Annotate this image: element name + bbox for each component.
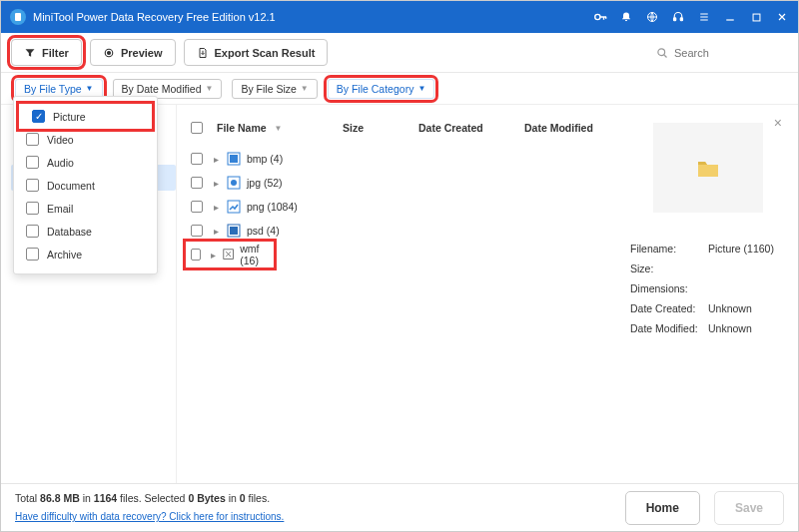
- col-filename[interactable]: File Name▼: [217, 122, 337, 134]
- row-label: wmf (16): [240, 243, 273, 266]
- expand-icon[interactable]: ▸: [211, 226, 221, 237]
- headset-icon[interactable]: [670, 9, 686, 25]
- svg-rect-16: [230, 227, 238, 235]
- checkbox-checked-icon[interactable]: ✓: [32, 110, 45, 123]
- svg-rect-1: [15, 13, 21, 21]
- table-row[interactable]: ▸ png (1084): [187, 195, 614, 219]
- dimensions-label: Dimensions:: [630, 278, 708, 298]
- row-label: jpg (52): [247, 177, 283, 189]
- row-label: bmp (4): [247, 153, 283, 165]
- svg-rect-4: [674, 18, 676, 21]
- checkbox-icon[interactable]: [26, 179, 39, 192]
- globe-icon[interactable]: [644, 9, 660, 25]
- row-checkbox[interactable]: [191, 201, 203, 213]
- search-box[interactable]: [648, 39, 788, 66]
- main-area: File Name▼ Size Date Created Date Modifi…: [1, 105, 798, 483]
- col-size[interactable]: Size: [343, 122, 412, 134]
- content: File Name▼ Size Date Created Date Modifi…: [177, 105, 798, 483]
- chevron-down-icon: ▼: [86, 84, 94, 93]
- close-icon[interactable]: [774, 9, 790, 25]
- title-bar: MiniTool Power Data Recovery Free Editio…: [1, 1, 798, 33]
- expand-icon[interactable]: ▸: [209, 250, 217, 261]
- table-row[interactable]: ▸ jpg (52): [187, 171, 614, 195]
- status-bar: Total 86.8 MB in 1164 files. Selected 0 …: [1, 483, 798, 531]
- svg-point-2: [595, 14, 600, 19]
- svg-point-13: [231, 180, 237, 186]
- save-button[interactable]: Save: [714, 491, 784, 525]
- dropdown-item-document[interactable]: Document: [14, 174, 157, 197]
- expand-icon[interactable]: ▸: [211, 154, 221, 165]
- menu-icon[interactable]: [696, 9, 712, 25]
- table-row[interactable]: ▸ bmp (4): [187, 147, 614, 171]
- filter-chip-category[interactable]: By File Category▼: [328, 79, 435, 99]
- svg-point-8: [107, 51, 110, 54]
- svg-rect-6: [753, 14, 760, 21]
- folder-icon: [694, 154, 722, 182]
- checkbox-icon[interactable]: [26, 133, 39, 146]
- checkbox-icon[interactable]: [26, 225, 39, 238]
- minimize-icon[interactable]: [722, 9, 738, 25]
- preview-label: Preview: [121, 47, 163, 59]
- help-link[interactable]: Have difficulty with data recovery? Clic…: [15, 511, 284, 522]
- app-window: MiniTool Power Data Recovery Free Editio…: [0, 0, 799, 532]
- search-input[interactable]: [674, 47, 774, 59]
- checkbox-icon[interactable]: [26, 202, 39, 215]
- expand-icon[interactable]: ▸: [211, 178, 221, 189]
- file-type-icon: [227, 224, 241, 238]
- file-type-dropdown: ✓ Picture Video Audio Document Email Dat…: [13, 96, 158, 274]
- dropdown-item-archive[interactable]: Archive: [14, 243, 157, 266]
- size-label: Size:: [630, 259, 708, 278]
- filter-chip-size[interactable]: By File Size▼: [232, 79, 317, 99]
- dropdown-item-database[interactable]: Database: [14, 220, 157, 243]
- file-type-icon: [227, 200, 241, 214]
- chevron-down-icon: ▼: [417, 84, 425, 93]
- dropdown-item-email[interactable]: Email: [14, 197, 157, 220]
- maximize-icon[interactable]: [748, 9, 764, 25]
- titlebar-actions: [592, 9, 790, 25]
- select-all-checkbox[interactable]: [191, 122, 203, 134]
- window-title: MiniTool Power Data Recovery Free Editio…: [33, 11, 592, 23]
- app-logo: [9, 8, 27, 26]
- bell-icon[interactable]: [618, 9, 634, 25]
- file-list: File Name▼ Size Date Created Date Modifi…: [177, 105, 618, 483]
- filter-label: Filter: [42, 47, 69, 59]
- status-text: Total 86.8 MB in 1164 files. Selected 0 …: [15, 490, 284, 525]
- expand-icon[interactable]: ▸: [211, 202, 221, 213]
- dropdown-item-video[interactable]: Video: [14, 128, 157, 151]
- export-label: Export Scan Result: [215, 47, 316, 59]
- file-type-icon: [223, 248, 234, 262]
- created-label: Date Created:: [630, 298, 708, 318]
- filename-label: Filename:: [630, 239, 708, 259]
- table-row[interactable]: ▸ psd (4): [187, 219, 614, 243]
- row-checkbox[interactable]: [191, 225, 203, 237]
- modified-value: Unknown: [708, 318, 752, 338]
- table-row[interactable]: ▸ wmf (16): [187, 243, 273, 266]
- dropdown-item-audio[interactable]: Audio: [14, 151, 157, 174]
- home-button[interactable]: Home: [625, 491, 700, 525]
- filter-button[interactable]: Filter: [11, 39, 82, 66]
- checkbox-icon[interactable]: [26, 248, 39, 261]
- key-icon[interactable]: [592, 9, 608, 25]
- col-modified[interactable]: Date Modified: [524, 122, 614, 134]
- created-value: Unknown: [708, 298, 752, 318]
- chevron-down-icon: ▼: [205, 84, 213, 93]
- row-checkbox[interactable]: [191, 177, 203, 189]
- close-preview-icon[interactable]: ×: [774, 115, 782, 131]
- svg-rect-5: [680, 18, 682, 21]
- dropdown-item-picture[interactable]: ✓ Picture: [20, 105, 151, 128]
- row-checkbox[interactable]: [191, 249, 201, 261]
- file-type-icon: [227, 152, 241, 166]
- checkbox-icon[interactable]: [26, 156, 39, 169]
- preview-thumbnail: [653, 123, 763, 213]
- col-created[interactable]: Date Created: [418, 122, 518, 134]
- export-button[interactable]: Export Scan Result: [184, 39, 329, 66]
- svg-rect-11: [230, 155, 238, 163]
- toolbar: Filter Preview Export Scan Result: [1, 33, 798, 73]
- preview-button[interactable]: Preview: [90, 39, 176, 66]
- preview-panel: × Filename:Picture (1160) Size: Dimensio…: [618, 105, 798, 483]
- file-type-icon: [227, 176, 241, 190]
- search-icon: [656, 47, 668, 59]
- row-checkbox[interactable]: [191, 153, 203, 165]
- preview-info: Filename:Picture (1160) Size: Dimensions…: [630, 239, 786, 338]
- chevron-down-icon: ▼: [301, 84, 309, 93]
